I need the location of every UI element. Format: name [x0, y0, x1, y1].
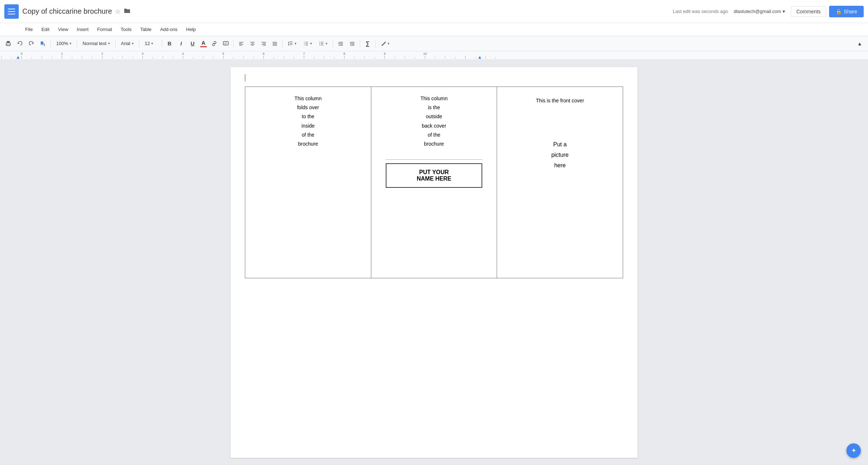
document-area[interactable]: This columnfolds overto theinsideof theb…	[0, 60, 868, 465]
table-cell-col3: This is the front cover Put apicturehere	[497, 87, 623, 278]
pen-dropdown[interactable]: ▾	[378, 38, 393, 49]
svg-text:3: 3	[304, 44, 305, 46]
link-button[interactable]	[209, 38, 220, 49]
menu-edit[interactable]: Edit	[38, 25, 53, 34]
svg-rect-4	[44, 44, 45, 46]
menu-format[interactable]: Format	[94, 25, 116, 34]
smart-compose-icon: ✦	[851, 447, 856, 455]
italic-button[interactable]: I	[176, 38, 187, 49]
menu-view[interactable]: View	[54, 25, 72, 34]
table-cell-col2: This columnis theoutsideback coverof the…	[371, 87, 497, 278]
toolbar-separator-8	[333, 40, 333, 48]
line-spacing-dropdown[interactable]: ▾	[285, 38, 300, 49]
paint-format-button[interactable]	[37, 38, 48, 49]
user-email[interactable]: dlastutech@gmail.com ▾	[734, 9, 785, 14]
menu-bar: File Edit View Insert Format Tools Table…	[0, 23, 868, 36]
toolbar-separator-9	[360, 40, 360, 48]
comment-button[interactable]	[220, 38, 231, 49]
col2-bottom	[379, 191, 490, 271]
menu-table[interactable]: Table	[137, 25, 155, 34]
top-bar: Copy of chiccarine brochure ☆ Last edit …	[0, 0, 868, 23]
lock-icon: 🔒	[836, 9, 842, 14]
menu-addons[interactable]: Add-ons	[156, 25, 181, 34]
redo-button[interactable]	[26, 38, 37, 49]
toolbar-separator-6	[233, 40, 234, 48]
align-right-button[interactable]	[258, 38, 269, 49]
font-size-dropdown[interactable]: 12 ▾	[142, 38, 160, 49]
text-cursor	[245, 74, 245, 81]
align-group	[236, 38, 280, 49]
collapse-toolbar-button[interactable]: ▲	[854, 38, 865, 49]
formula-button[interactable]: ∑	[362, 38, 373, 49]
bullet-list-dropdown[interactable]: ▾	[316, 38, 331, 49]
zoom-dropdown[interactable]: 100% ▾	[53, 38, 75, 49]
align-left-button[interactable]	[236, 38, 247, 49]
col1-text: This columnfolds overto theinsideof theb…	[252, 94, 364, 149]
toolbar: 100% ▾ Normal text ▾ Arial ▾ 12 ▾ B I U …	[0, 36, 868, 51]
brochure-table: This columnfolds overto theinsideof theb…	[245, 87, 623, 278]
ruler-canvas	[0, 51, 868, 59]
numbered-list-dropdown[interactable]: 123 ▾	[300, 38, 315, 49]
svg-point-38	[319, 43, 320, 44]
name-box: PUT YOURNAME HERE	[386, 163, 483, 188]
app-menu-button[interactable]	[4, 4, 19, 19]
text-style-dropdown[interactable]: Normal text ▾	[79, 38, 113, 49]
smart-compose-button[interactable]: ✦	[846, 443, 861, 458]
svg-rect-1	[7, 41, 10, 43]
indent-decrease-button[interactable]	[335, 38, 346, 49]
col2-divider	[386, 159, 483, 160]
table-cell-col1: This columnfolds overto theinsideof theb…	[245, 87, 371, 278]
undo-button[interactable]	[14, 38, 25, 49]
toolbar-separator-10	[375, 40, 376, 48]
toolbar-separator-1	[50, 40, 51, 48]
toolbar-separator-7	[282, 40, 283, 48]
comments-button[interactable]: Comments	[791, 6, 826, 17]
align-justify-button[interactable]	[269, 38, 280, 49]
text-color-button[interactable]: A	[199, 38, 208, 49]
col3-front-cover-text: This is the front cover	[504, 94, 616, 118]
col2-top-text: This columnis theoutsideback coverof the…	[379, 94, 490, 156]
share-button[interactable]: 🔒 Share	[829, 6, 864, 17]
toolbar-separator-4	[139, 40, 139, 48]
print-button[interactable]	[3, 38, 14, 49]
ruler	[0, 51, 868, 60]
toolbar-separator-5	[162, 40, 162, 48]
folder-icon[interactable]	[124, 8, 131, 15]
menu-insert[interactable]: Insert	[73, 25, 92, 34]
menu-tools[interactable]: Tools	[117, 25, 135, 34]
svg-rect-6	[223, 41, 228, 45]
menu-file[interactable]: File	[22, 25, 36, 34]
underline-button[interactable]: U	[187, 38, 198, 49]
toolbar-separator-3	[115, 40, 116, 48]
edit-status: Last edit was seconds ago	[673, 9, 728, 14]
svg-point-39	[319, 45, 320, 45]
svg-line-5	[43, 43, 44, 44]
menu-help[interactable]: Help	[183, 25, 200, 34]
col3-picture-text: Put apicturehere	[504, 118, 616, 170]
bold-button[interactable]: B	[164, 38, 175, 49]
font-dropdown[interactable]: Arial ▾	[118, 38, 137, 49]
toolbar-separator-2	[77, 40, 77, 48]
svg-rect-3	[41, 41, 43, 45]
star-icon[interactable]: ☆	[115, 8, 121, 15]
document-page: This columnfolds overto theinsideof theb…	[231, 67, 637, 458]
document-title: Copy of chiccarine brochure	[22, 7, 112, 15]
indent-increase-button[interactable]	[347, 38, 358, 49]
align-center-button[interactable]	[247, 38, 258, 49]
svg-point-37	[319, 42, 320, 43]
